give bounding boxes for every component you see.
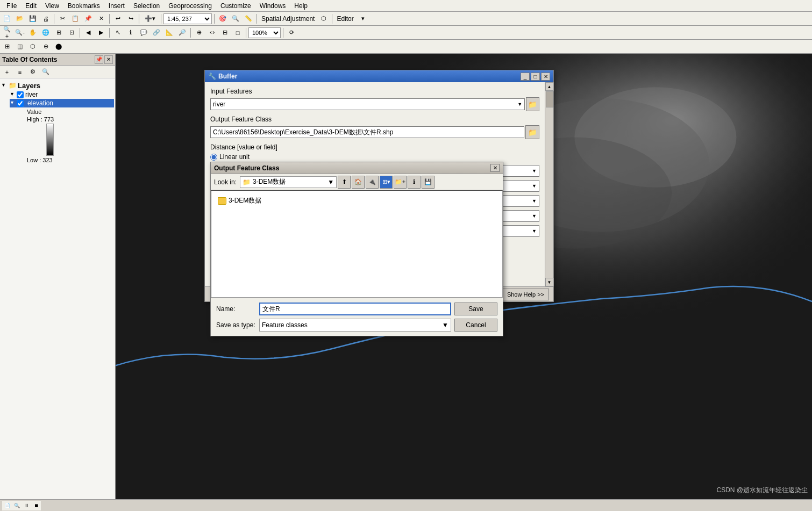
add-data-btn[interactable]: ➕▾ bbox=[141, 13, 159, 25]
find-btn[interactable]: 🔍 bbox=[230, 13, 241, 25]
print-btn[interactable]: 🖨 bbox=[40, 13, 52, 25]
copy-btn[interactable]: 📋 bbox=[69, 13, 81, 25]
status-btn3[interactable]: ⏸ bbox=[22, 501, 31, 510]
river-expand-btn[interactable]: ▼ bbox=[10, 91, 16, 98]
buffer-dialog[interactable]: 🔧 Buffer _ □ ✕ Input Features bbox=[204, 70, 554, 302]
save-btn[interactable]: 💾 bbox=[27, 13, 39, 25]
hyperlink-btn[interactable]: 🔗 bbox=[151, 27, 162, 39]
extra-btn4[interactable]: ⊕ bbox=[40, 41, 52, 53]
measure-btn[interactable]: 📏 bbox=[243, 13, 254, 25]
elevation-layer-item[interactable]: ▼ elevation bbox=[10, 99, 114, 107]
ofc-type-combo[interactable]: Feature classes ▼ bbox=[259, 319, 451, 332]
elevation-expand-btn[interactable]: ▼ bbox=[10, 100, 16, 106]
redo-btn[interactable]: ↪ bbox=[125, 13, 137, 25]
buffer-maximize-btn[interactable]: □ bbox=[531, 73, 540, 81]
menu-geoprocessing[interactable]: Geoprocessing bbox=[164, 1, 216, 11]
menu-insert[interactable]: Insert bbox=[104, 1, 129, 11]
input-features-combo[interactable]: river ▼ bbox=[210, 98, 525, 110]
scroll-down-btn[interactable]: ▼ bbox=[545, 278, 554, 286]
map-area[interactable]: CSDN @逝水如流年轻往返染尘 🔧 Buffer _ □ ✕ bbox=[116, 54, 812, 499]
buffer-minimize-btn[interactable]: _ bbox=[521, 73, 530, 81]
info-btn[interactable]: ℹ bbox=[125, 27, 137, 39]
fwd-btn[interactable]: ▶ bbox=[95, 27, 107, 39]
paste-btn[interactable]: 📌 bbox=[82, 13, 94, 25]
swipe-btn[interactable]: ⇔ bbox=[206, 27, 218, 39]
rotate-btn[interactable]: ⟳ bbox=[286, 27, 297, 39]
extra-btn5[interactable]: ⬤ bbox=[53, 41, 65, 53]
menu-customize[interactable]: Customize bbox=[216, 1, 255, 11]
toc-pin-btn[interactable]: 📌 bbox=[95, 55, 103, 64]
output-fc-input[interactable] bbox=[210, 126, 524, 138]
select-btn[interactable]: ↖ bbox=[112, 27, 124, 39]
zoom-fit-btn[interactable]: ⊡ bbox=[66, 27, 77, 39]
ofc-name-input[interactable] bbox=[259, 303, 451, 315]
extra-btn3[interactable]: ⬡ bbox=[27, 41, 39, 53]
buffer-close-btn[interactable]: ✕ bbox=[541, 73, 550, 81]
open-btn[interactable]: 📂 bbox=[14, 13, 26, 25]
layers-root-item[interactable]: ▼ 📁 Layers bbox=[1, 81, 114, 90]
pan-btn[interactable]: ✋ bbox=[27, 27, 39, 39]
spatial-adj-btn[interactable]: ⬡ bbox=[318, 13, 330, 25]
editor-btn[interactable]: ▾ bbox=[357, 13, 369, 25]
linear-unit-radio[interactable] bbox=[210, 154, 217, 161]
ofc-close-btn[interactable]: ✕ bbox=[490, 164, 500, 172]
mapsheet-btn[interactable]: □ bbox=[232, 27, 244, 39]
scale-combo[interactable]: 1:45, 237 bbox=[163, 13, 212, 24]
measure2-btn[interactable]: 📐 bbox=[163, 27, 175, 39]
toc-search-btn[interactable]: 🔍 bbox=[40, 66, 52, 78]
menu-help[interactable]: Help bbox=[290, 1, 312, 11]
menu-windows[interactable]: Windows bbox=[255, 1, 290, 11]
ofc-save-btn[interactable]: Save bbox=[454, 303, 497, 315]
scroll-up-btn[interactable]: ▲ bbox=[545, 82, 554, 91]
menu-selection[interactable]: Selection bbox=[129, 1, 164, 11]
move-btn[interactable]: ⊕ bbox=[193, 27, 205, 39]
overview-btn[interactable]: ⊟ bbox=[219, 27, 231, 39]
extra-btn1[interactable]: ⊞ bbox=[1, 41, 13, 53]
show-help-btn[interactable]: Show Help >> bbox=[502, 289, 549, 300]
full-extent-btn[interactable]: ⊞ bbox=[53, 27, 65, 39]
output-fc-browse-btn[interactable]: 📁 bbox=[525, 125, 539, 139]
callout-btn[interactable]: 💬 bbox=[138, 27, 149, 39]
status-btn1[interactable]: 📄 bbox=[2, 501, 12, 510]
zoom-in-btn[interactable]: 🔍+ bbox=[1, 27, 13, 39]
ofc-cancel-btn[interactable]: Cancel bbox=[454, 319, 497, 332]
delete-btn[interactable]: ✕ bbox=[95, 13, 107, 25]
toc-close-btn[interactable]: ✕ bbox=[104, 55, 113, 64]
ofc-look-in-combo[interactable]: 📁 3-DEM数据 ▼ bbox=[240, 176, 337, 188]
zoom-combo[interactable]: 100% bbox=[248, 27, 281, 38]
input-features-browse-btn[interactable]: 📁 bbox=[526, 97, 539, 111]
ofc-new-folder-btn[interactable]: 📁+ bbox=[394, 176, 407, 189]
undo-btn[interactable]: ↩ bbox=[112, 13, 124, 25]
toc-view-btn[interactable]: ≡ bbox=[14, 66, 26, 78]
magnifier-btn[interactable]: 🔎 bbox=[176, 27, 188, 39]
toc-options-btn[interactable]: ⚙ bbox=[27, 66, 39, 78]
menu-bookmarks[interactable]: Bookmarks bbox=[63, 1, 104, 11]
zoom-out-btn[interactable]: 🔍- bbox=[14, 27, 26, 39]
scroll-thumb[interactable] bbox=[546, 91, 553, 107]
identify-btn[interactable]: 🎯 bbox=[217, 13, 229, 25]
menu-file[interactable]: File bbox=[2, 1, 21, 11]
elevation-checkbox[interactable] bbox=[17, 100, 24, 107]
ofc-properties-btn[interactable]: ℹ bbox=[408, 176, 421, 189]
ofc-up-btn[interactable]: ⬆ bbox=[338, 176, 351, 189]
river-checkbox[interactable] bbox=[17, 91, 24, 98]
back-btn[interactable]: ◀ bbox=[82, 27, 94, 39]
ofc-connect-btn[interactable]: 🔌 bbox=[366, 176, 379, 189]
ofc-view-btn[interactable]: ⊞▾ bbox=[380, 176, 393, 189]
layers-expand-btn[interactable]: ▼ bbox=[1, 82, 8, 89]
status-btn2[interactable]: 🔍 bbox=[12, 501, 22, 510]
ofc-folder-item[interactable]: 3-DEM数据 bbox=[216, 195, 498, 206]
river-layer-item[interactable]: ▼ river bbox=[10, 90, 114, 99]
cut-btn[interactable]: ✂ bbox=[56, 13, 68, 25]
ofc-gdb-btn[interactable]: 💾 bbox=[422, 176, 435, 189]
toc-add-layer-btn[interactable]: + bbox=[1, 66, 13, 78]
ofc-home-btn[interactable]: 🏠 bbox=[352, 176, 365, 189]
menu-edit[interactable]: Edit bbox=[21, 1, 41, 11]
ofc-dialog[interactable]: Output Feature Class ✕ Look in: 📁 3-DEM数… bbox=[210, 162, 503, 336]
buffer-dialog-scrollbar[interactable]: ▲ ▼ bbox=[545, 82, 553, 286]
menu-view[interactable]: View bbox=[41, 1, 63, 11]
status-btn4[interactable]: ⏹ bbox=[31, 501, 41, 510]
extra-btn2[interactable]: ◫ bbox=[14, 41, 26, 53]
globe-btn[interactable]: 🌐 bbox=[40, 27, 52, 39]
new-btn[interactable]: 📄 bbox=[1, 13, 13, 25]
